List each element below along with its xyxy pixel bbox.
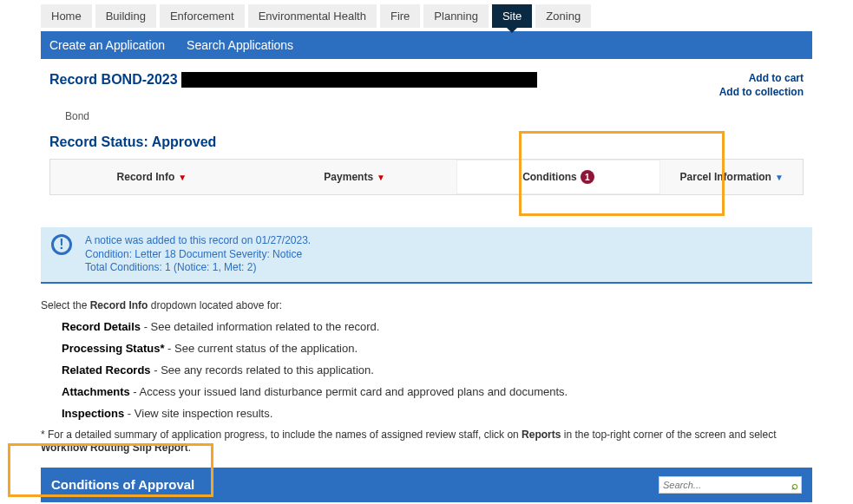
record-title: Record BOND-2023 (49, 72, 537, 88)
notice-text: A notice was added to this record on 01/… (85, 234, 311, 275)
help-item: Processing Status* - See current status … (62, 342, 812, 355)
tab-record-info[interactable]: Record Info ▼ (50, 160, 253, 194)
search-icon[interactable]: ⌕ (791, 479, 798, 492)
main-tab-environmental-health[interactable]: Environmental Health (248, 4, 377, 28)
search-applications-link[interactable]: Search Applications (187, 38, 293, 52)
conditions-header-wrap: Conditions of Approval ⌕ (41, 468, 812, 502)
help-intro: Select the Record Info dropdown located … (41, 299, 812, 311)
help-item-text: - See any records related to this applic… (151, 363, 374, 376)
help-item-bold: Record Details (62, 320, 141, 333)
help-item-text: - See current status of the application. (165, 342, 358, 355)
help-item-text: - Access your issued land disturbance pe… (130, 385, 568, 398)
main-tab-planning[interactable]: Planning (423, 4, 489, 28)
main-tab-building[interactable]: Building (95, 4, 156, 28)
record-header-block: Record BOND-2023 Add to cart Add to coll… (41, 72, 812, 206)
chevron-down-icon: ▼ (775, 173, 784, 182)
reports-pre: * For a detailed summary of application … (41, 429, 522, 441)
highlight-annotation-coa (8, 443, 213, 497)
tab-payments[interactable]: Payments ▼ (253, 160, 456, 194)
help-item-bold: Processing Status* (62, 342, 165, 355)
help-item-bold: Inspections (62, 407, 124, 420)
chevron-down-icon: ▼ (178, 173, 187, 182)
notice-line-1: A notice was added to this record on 01/… (85, 234, 311, 248)
chevron-down-icon: ▼ (377, 173, 385, 182)
main-tab-fire[interactable]: Fire (380, 4, 420, 28)
reports-bold-1: Reports (522, 429, 561, 441)
help-item: Related Records - See any records relate… (62, 363, 812, 376)
help-item: Record Details - See detailed informatio… (62, 320, 812, 333)
main-tab-home[interactable]: Home (41, 4, 92, 28)
bond-label: Bond (65, 110, 804, 122)
notice-line-2: Condition: Letter 18 Document Severity: … (85, 248, 311, 262)
tab-record-info-label: Record Info (117, 171, 175, 183)
help-item: Inspections - View site inspection resul… (62, 407, 812, 420)
coa-search-input[interactable] (659, 476, 802, 494)
help-intro-post: dropdown located above for: (148, 299, 282, 311)
tab-payments-label: Payments (324, 171, 373, 183)
main-tab-enforcement[interactable]: Enforcement (160, 4, 245, 28)
record-title-prefix: Record BOND-2023 (49, 72, 178, 88)
main-tabs: HomeBuildingEnforcementEnvironmental Hea… (0, 0, 853, 28)
help-item-bold: Related Records (62, 363, 151, 376)
notice-line-3: Total Conditions: 1 (Notice: 1, Met: 2) (85, 261, 311, 275)
info-icon: ! (51, 234, 72, 255)
help-list: Record Details - See detailed informatio… (41, 320, 812, 420)
add-to-cart-link[interactable]: Add to cart (719, 72, 804, 84)
help-intro-bold: Record Info (90, 299, 148, 311)
help-item-text: - View site inspection results. (124, 407, 272, 420)
main-tab-site[interactable]: Site (492, 4, 532, 28)
reports-mid: in the top-right corner of the screen an… (561, 429, 776, 441)
cart-links: Add to cart Add to collection (719, 72, 804, 100)
create-application-link[interactable]: Create an Application (49, 38, 165, 52)
help-item-text: - See detailed information related to th… (141, 320, 379, 333)
add-to-collection-link[interactable]: Add to collection (719, 86, 804, 98)
notice-banner: ! A notice was added to this record on 0… (41, 227, 812, 284)
help-item: Attachments - Access your issued land di… (62, 385, 812, 398)
main-tab-zoning[interactable]: Zoning (535, 4, 591, 28)
sub-action-bar: Create an Application Search Application… (41, 31, 812, 59)
coa-search-wrap: ⌕ (659, 476, 802, 494)
redacted-record-id (181, 72, 537, 88)
highlight-annotation-conditions (519, 131, 725, 216)
help-intro-pre: Select the (41, 299, 90, 311)
help-item-bold: Attachments (62, 385, 130, 398)
